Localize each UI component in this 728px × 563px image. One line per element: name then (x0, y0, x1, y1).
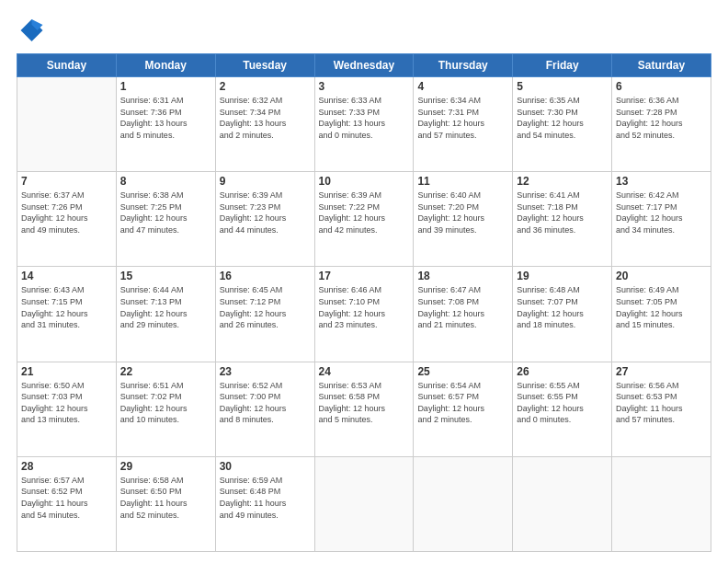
calendar-cell: 9Sunrise: 6:39 AM Sunset: 7:23 PM Daylig… (215, 172, 314, 267)
day-number: 27 (616, 365, 707, 378)
day-info: Sunrise: 6:32 AM Sunset: 7:34 PM Dayligh… (220, 95, 311, 141)
logo-icon (17, 17, 44, 44)
weekday-header-wednesday: Wednesday (314, 54, 414, 77)
day-number: 8 (120, 175, 211, 188)
calendar-week-row: 28Sunrise: 6:57 AM Sunset: 6:52 PM Dayli… (17, 456, 711, 551)
day-info: Sunrise: 6:34 AM Sunset: 7:31 PM Dayligh… (417, 95, 508, 141)
day-number: 19 (517, 270, 608, 282)
day-number: 4 (417, 80, 508, 93)
day-info: Sunrise: 6:48 AM Sunset: 7:07 PM Dayligh… (517, 284, 608, 330)
calendar-cell: 25Sunrise: 6:54 AM Sunset: 6:57 PM Dayli… (414, 362, 513, 456)
calendar-cell: 23Sunrise: 6:52 AM Sunset: 7:00 PM Dayli… (215, 362, 314, 456)
calendar-cell: 18Sunrise: 6:47 AM Sunset: 7:08 PM Dayli… (414, 267, 513, 362)
calendar-header-row: SundayMondayTuesdayWednesdayThursdayFrid… (17, 54, 711, 77)
day-number: 22 (120, 365, 211, 378)
day-number: 9 (220, 175, 311, 188)
day-info: Sunrise: 6:53 AM Sunset: 6:58 PM Dayligh… (319, 380, 410, 426)
day-info: Sunrise: 6:56 AM Sunset: 6:53 PM Dayligh… (616, 380, 707, 426)
calendar-cell: 4Sunrise: 6:34 AM Sunset: 7:31 PM Daylig… (414, 77, 513, 172)
day-info: Sunrise: 6:47 AM Sunset: 7:08 PM Dayligh… (417, 284, 508, 330)
weekday-header-tuesday: Tuesday (215, 54, 314, 77)
calendar-cell: 22Sunrise: 6:51 AM Sunset: 7:02 PM Dayli… (116, 362, 215, 456)
day-number: 3 (319, 80, 410, 93)
calendar-table: SundayMondayTuesdayWednesdayThursdayFrid… (17, 53, 711, 552)
day-info: Sunrise: 6:46 AM Sunset: 7:10 PM Dayligh… (319, 284, 410, 330)
calendar-cell: 14Sunrise: 6:43 AM Sunset: 7:15 PM Dayli… (17, 267, 117, 362)
day-info: Sunrise: 6:33 AM Sunset: 7:33 PM Dayligh… (319, 95, 410, 141)
calendar-cell: 2Sunrise: 6:32 AM Sunset: 7:34 PM Daylig… (215, 77, 314, 172)
day-number: 6 (616, 80, 707, 93)
weekday-header-thursday: Thursday (414, 54, 513, 77)
day-info: Sunrise: 6:43 AM Sunset: 7:15 PM Dayligh… (21, 284, 112, 330)
day-number: 5 (517, 80, 608, 93)
calendar-cell (17, 77, 117, 172)
day-number: 1 (120, 80, 211, 93)
day-number: 23 (220, 365, 311, 378)
day-number: 21 (21, 365, 112, 378)
calendar-cell: 24Sunrise: 6:53 AM Sunset: 6:58 PM Dayli… (314, 362, 414, 456)
calendar-cell: 12Sunrise: 6:41 AM Sunset: 7:18 PM Dayli… (513, 172, 612, 267)
day-info: Sunrise: 6:55 AM Sunset: 6:55 PM Dayligh… (517, 380, 608, 426)
calendar-cell: 29Sunrise: 6:58 AM Sunset: 6:50 PM Dayli… (116, 456, 215, 551)
day-info: Sunrise: 6:36 AM Sunset: 7:28 PM Dayligh… (616, 95, 707, 141)
day-info: Sunrise: 6:49 AM Sunset: 7:05 PM Dayligh… (616, 284, 707, 330)
calendar-cell: 21Sunrise: 6:50 AM Sunset: 7:03 PM Dayli… (17, 362, 117, 456)
calendar-cell: 5Sunrise: 6:35 AM Sunset: 7:30 PM Daylig… (513, 77, 612, 172)
day-info: Sunrise: 6:40 AM Sunset: 7:20 PM Dayligh… (417, 190, 508, 236)
day-number: 30 (220, 460, 311, 473)
day-number: 13 (616, 175, 707, 188)
logo (17, 17, 48, 44)
calendar-cell: 30Sunrise: 6:59 AM Sunset: 6:48 PM Dayli… (215, 456, 314, 551)
day-number: 20 (616, 270, 707, 282)
calendar-week-row: 7Sunrise: 6:37 AM Sunset: 7:26 PM Daylig… (17, 172, 711, 267)
calendar-week-row: 14Sunrise: 6:43 AM Sunset: 7:15 PM Dayli… (17, 267, 711, 362)
day-number: 2 (220, 80, 311, 93)
calendar-cell: 17Sunrise: 6:46 AM Sunset: 7:10 PM Dayli… (314, 267, 414, 362)
calendar-cell: 19Sunrise: 6:48 AM Sunset: 7:07 PM Dayli… (513, 267, 612, 362)
day-number: 15 (120, 270, 211, 282)
day-info: Sunrise: 6:37 AM Sunset: 7:26 PM Dayligh… (21, 190, 112, 236)
day-number: 16 (220, 270, 311, 282)
day-info: Sunrise: 6:58 AM Sunset: 6:50 PM Dayligh… (120, 475, 211, 521)
day-info: Sunrise: 6:59 AM Sunset: 6:48 PM Dayligh… (220, 475, 311, 521)
weekday-header-saturday: Saturday (612, 54, 711, 77)
calendar-cell: 26Sunrise: 6:55 AM Sunset: 6:55 PM Dayli… (513, 362, 612, 456)
calendar-cell: 16Sunrise: 6:45 AM Sunset: 7:12 PM Dayli… (215, 267, 314, 362)
day-info: Sunrise: 6:35 AM Sunset: 7:30 PM Dayligh… (517, 95, 608, 141)
weekday-header-sunday: Sunday (17, 54, 117, 77)
calendar-cell: 3Sunrise: 6:33 AM Sunset: 7:33 PM Daylig… (314, 77, 414, 172)
day-info: Sunrise: 6:42 AM Sunset: 7:17 PM Dayligh… (616, 190, 707, 236)
day-info: Sunrise: 6:45 AM Sunset: 7:12 PM Dayligh… (220, 284, 311, 330)
calendar-cell (612, 456, 711, 551)
calendar-cell: 8Sunrise: 6:38 AM Sunset: 7:25 PM Daylig… (116, 172, 215, 267)
day-number: 26 (517, 365, 608, 378)
day-number: 25 (417, 365, 508, 378)
calendar-cell: 6Sunrise: 6:36 AM Sunset: 7:28 PM Daylig… (612, 77, 711, 172)
day-number: 10 (319, 175, 410, 188)
day-number: 11 (417, 175, 508, 188)
day-info: Sunrise: 6:50 AM Sunset: 7:03 PM Dayligh… (21, 380, 112, 426)
calendar-cell: 15Sunrise: 6:44 AM Sunset: 7:13 PM Dayli… (116, 267, 215, 362)
header (17, 17, 711, 44)
day-number: 12 (517, 175, 608, 188)
calendar-cell: 1Sunrise: 6:31 AM Sunset: 7:36 PM Daylig… (116, 77, 215, 172)
day-info: Sunrise: 6:41 AM Sunset: 7:18 PM Dayligh… (517, 190, 608, 236)
day-info: Sunrise: 6:51 AM Sunset: 7:02 PM Dayligh… (120, 380, 211, 426)
day-number: 14 (21, 270, 112, 282)
day-info: Sunrise: 6:44 AM Sunset: 7:13 PM Dayligh… (120, 284, 211, 330)
day-number: 17 (319, 270, 410, 282)
calendar-cell: 11Sunrise: 6:40 AM Sunset: 7:20 PM Dayli… (414, 172, 513, 267)
calendar-week-row: 21Sunrise: 6:50 AM Sunset: 7:03 PM Dayli… (17, 362, 711, 456)
page: SundayMondayTuesdayWednesdayThursdayFrid… (0, 0, 728, 563)
day-number: 24 (319, 365, 410, 378)
weekday-header-monday: Monday (116, 54, 215, 77)
calendar-cell (414, 456, 513, 551)
calendar-cell: 10Sunrise: 6:39 AM Sunset: 7:22 PM Dayli… (314, 172, 414, 267)
day-number: 29 (120, 460, 211, 473)
day-info: Sunrise: 6:39 AM Sunset: 7:22 PM Dayligh… (319, 190, 410, 236)
calendar-cell: 28Sunrise: 6:57 AM Sunset: 6:52 PM Dayli… (17, 456, 117, 551)
calendar-cell: 27Sunrise: 6:56 AM Sunset: 6:53 PM Dayli… (612, 362, 711, 456)
calendar-cell (314, 456, 414, 551)
calendar-week-row: 1Sunrise: 6:31 AM Sunset: 7:36 PM Daylig… (17, 77, 711, 172)
day-info: Sunrise: 6:52 AM Sunset: 7:00 PM Dayligh… (220, 380, 311, 426)
